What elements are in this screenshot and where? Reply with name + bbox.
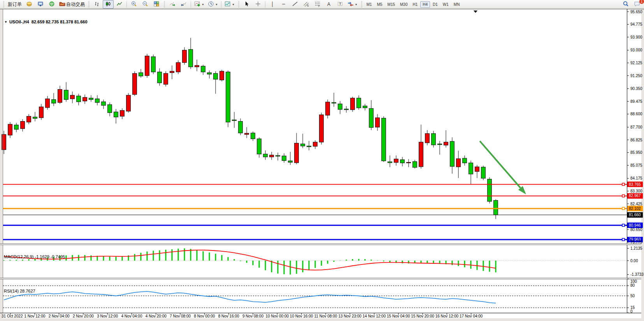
svg-text:94.775: 94.775 — [630, 22, 642, 26]
toolbar-separator — [221, 1, 221, 8]
fibonacci-button[interactable]: F — [312, 0, 323, 9]
vertical-line-button[interactable]: │ — [267, 0, 278, 9]
timeframe-h4[interactable]: H4 — [420, 1, 430, 8]
search-button[interactable] — [620, 0, 631, 9]
timeframe-m1[interactable]: M1 — [364, 1, 374, 8]
template-icon — [225, 1, 231, 8]
timeframe-h1[interactable]: H1 — [410, 1, 420, 8]
toolbar-grip — [88, 1, 89, 7]
svg-text:100: 100 — [630, 279, 637, 284]
svg-text:4 Nov 20:00: 4 Nov 20:00 — [146, 314, 167, 318]
svg-text:10 Nov 00:00: 10 Nov 00:00 — [266, 314, 289, 318]
toolbar-separator — [191, 1, 191, 8]
auto-scroll-button[interactable] — [167, 0, 178, 9]
chevron-down-icon: ▼ — [215, 3, 218, 6]
rsi-label: RSI(14) 28.7627 — [4, 289, 35, 293]
auto-scroll-icon — [169, 1, 175, 8]
svg-text:93.900: 93.900 — [630, 35, 642, 39]
new-order-label: 新订单 — [8, 1, 22, 8]
svg-text:90.350: 90.350 — [630, 86, 642, 91]
chart-shift-icon — [181, 1, 187, 8]
horizontal-line-button[interactable]: ─ — [278, 0, 289, 9]
periods-button[interactable]: ▼ — [206, 0, 219, 9]
chevron-down-icon: ▼ — [355, 3, 358, 6]
svg-text:89.475: 89.475 — [630, 99, 642, 104]
svg-text:87.700: 87.700 — [630, 125, 642, 129]
text-icon: A — [326, 1, 332, 8]
autotrade-label: 自动交易 — [66, 1, 85, 8]
chart-shift-button[interactable] — [178, 0, 189, 9]
timeframe-m15[interactable]: M15 — [385, 1, 397, 8]
main-toolbar: 新订单 自动交易 ▼ ▼ — [0, 0, 644, 9]
text-label-icon: T — [337, 1, 343, 8]
coins-button[interactable] — [24, 0, 35, 9]
svg-text:85.075: 85.075 — [630, 163, 642, 168]
svg-text:A: A — [327, 1, 330, 7]
chart-canvas[interactable]: 83.76582.96782.10281.66080.94679.963 95.… — [0, 9, 644, 321]
svg-text:13 Nov 23:00: 13 Nov 23:00 — [338, 314, 361, 318]
autotrade-button[interactable]: 自动交易 — [58, 0, 86, 9]
text-button[interactable]: A — [323, 0, 334, 9]
chart-background — [0, 9, 644, 321]
svg-text:9 Nov 08:00: 9 Nov 08:00 — [242, 314, 263, 318]
timeframe-w1[interactable]: W1 — [440, 1, 451, 8]
svg-text:10 Nov 16:00: 10 Nov 16:00 — [290, 314, 313, 318]
trendline-button[interactable] — [290, 0, 300, 9]
templates-button[interactable]: ▼ — [223, 0, 236, 9]
new-order-button[interactable]: 新订单 — [6, 0, 23, 9]
svg-text:80: 80 — [630, 283, 635, 287]
zoom-in-icon — [131, 1, 137, 8]
line-chart-button[interactable] — [114, 0, 125, 9]
chevron-down-icon: ▼ — [232, 3, 235, 6]
svg-text:92.125: 92.125 — [630, 61, 642, 65]
svg-text:82.967: 82.967 — [629, 194, 641, 198]
tile-windows-icon — [153, 1, 160, 8]
channel-button[interactable]: E — [301, 0, 312, 9]
timeframe-m5[interactable]: M5 — [375, 1, 385, 8]
svg-text:0.00: 0.00 — [630, 259, 638, 263]
terminal-icon — [37, 1, 44, 8]
svg-text:2 Nov 04:00: 2 Nov 04:00 — [49, 314, 70, 318]
toolbar-separator — [126, 1, 127, 8]
bar-chart-button[interactable] — [91, 0, 102, 9]
svg-text:81.660: 81.660 — [629, 213, 641, 217]
svg-text:15 Nov 20:00: 15 Nov 20:00 — [411, 314, 434, 318]
clock-icon — [208, 1, 214, 8]
collapse-triangle-icon: ▼ — [4, 20, 7, 24]
shapes-button[interactable]: ▼ — [346, 0, 359, 9]
crosshair-button[interactable] — [253, 0, 263, 9]
svg-text:T: T — [339, 2, 341, 6]
chart-title: ▼USOil-,H4 82.659 82.735 81.378 81.660 — [4, 19, 88, 24]
svg-text:8 Nov 16:00: 8 Nov 16:00 — [218, 314, 239, 318]
timeframe-d1[interactable]: D1 — [430, 1, 440, 8]
chat-button[interactable]: 1 — [632, 0, 642, 9]
indicators-button[interactable]: ▼ — [193, 0, 206, 9]
svg-text:88.600: 88.600 — [630, 112, 642, 116]
svg-text:91.250: 91.250 — [630, 74, 642, 78]
svg-text:14 Nov 12:00: 14 Nov 12:00 — [363, 314, 386, 318]
timeframe-m30[interactable]: M30 — [398, 1, 410, 8]
zoom-in-button[interactable] — [128, 0, 139, 9]
bar-chart-icon — [94, 1, 100, 8]
toolbar-separator — [265, 1, 265, 8]
candlestick-button[interactable] — [103, 0, 114, 9]
cursor-button[interactable] — [241, 0, 252, 9]
svg-text:85.950: 85.950 — [630, 150, 642, 155]
terminal-button[interactable] — [35, 0, 46, 9]
zoom-out-button[interactable] — [140, 0, 151, 9]
svg-text:2 Nov 20:00: 2 Nov 20:00 — [73, 314, 94, 318]
chart-window[interactable]: 83.76582.96782.10281.66080.94679.963 95.… — [0, 9, 644, 321]
label-button[interactable]: T — [335, 0, 346, 9]
svg-text:84.175: 84.175 — [630, 176, 642, 180]
toolbar-grip — [3, 1, 4, 7]
timeframe-mn[interactable]: MN — [451, 1, 462, 8]
svg-text:1 Nov 12:00: 1 Nov 12:00 — [24, 314, 45, 318]
svg-text:79.775: 79.775 — [630, 240, 642, 244]
svg-text:93.000: 93.000 — [630, 48, 642, 52]
svg-text:50: 50 — [630, 294, 635, 298]
signal-button[interactable] — [46, 0, 57, 9]
svg-text:95.650: 95.650 — [630, 10, 642, 14]
signal-icon — [49, 1, 55, 8]
search-icon — [623, 1, 629, 8]
tile-windows-button[interactable] — [151, 0, 162, 9]
